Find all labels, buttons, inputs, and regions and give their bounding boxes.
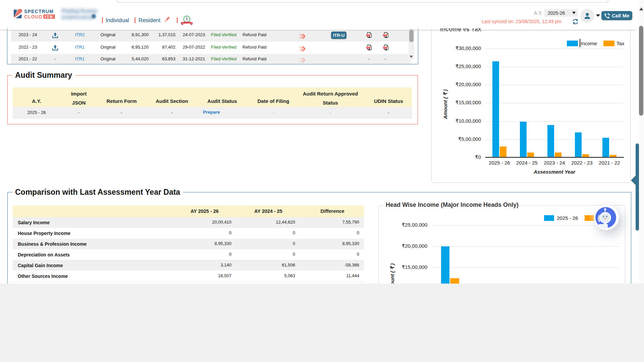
svg-text:CLOUD: CLOUD: [24, 14, 43, 19]
svg-text:ITR: ITR: [45, 15, 53, 19]
svg-text:SPECTRUM: SPECTRUM: [24, 9, 54, 14]
svg-text:INCOME TAX DEPARTMENT: INCOME TAX DEPARTMENT: [180, 23, 194, 24]
